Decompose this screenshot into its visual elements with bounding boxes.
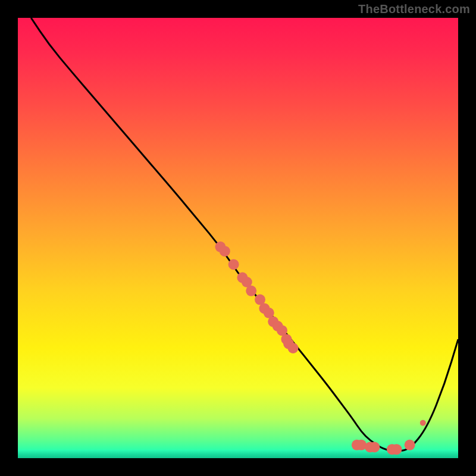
data-point-14 bbox=[288, 343, 299, 353]
chart-frame: TheBottleneck.com bbox=[0, 0, 476, 476]
data-point-5 bbox=[246, 286, 256, 296]
plot-area bbox=[18, 18, 458, 458]
data-point-18 bbox=[369, 442, 380, 453]
data-point-2 bbox=[228, 259, 239, 270]
curve-svg bbox=[18, 18, 458, 458]
data-point-small-0 bbox=[420, 420, 426, 426]
data-point-20 bbox=[391, 444, 402, 455]
data-markers bbox=[215, 242, 425, 455]
watermark-text: TheBottleneck.com bbox=[358, 2, 470, 16]
bottleneck-curve bbox=[31, 18, 458, 451]
data-point-21 bbox=[405, 440, 415, 450]
data-point-1 bbox=[220, 246, 230, 256]
